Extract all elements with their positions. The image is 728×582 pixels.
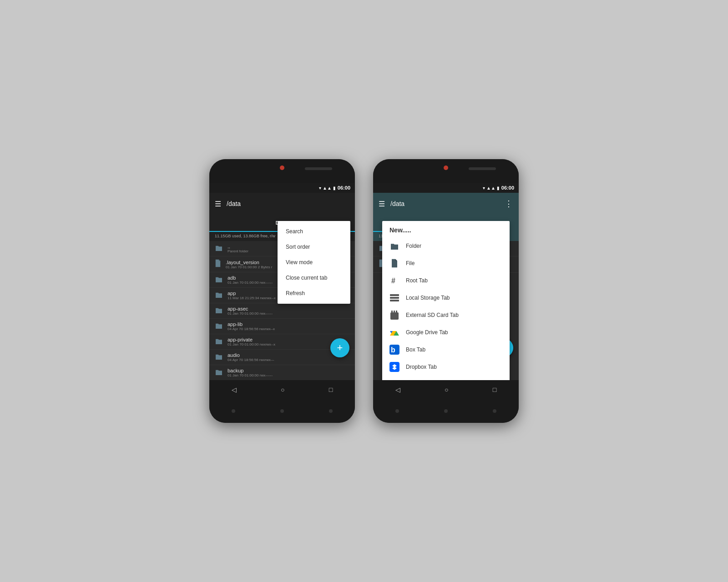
dialog-item-label: Root Tab: [406, 277, 428, 284]
svg-rect-3: [390, 300, 399, 301]
file-info: audio 04 Apr 70 18:56:56 rwxrwx---: [228, 352, 349, 362]
signal-icon-2: ▲▲: [486, 186, 495, 191]
file-meta: 04 Apr 70 18:56:56 rwxrwx---: [228, 358, 349, 362]
speaker-1: [305, 167, 332, 170]
status-time-1: 06:00: [338, 185, 350, 191]
bottom-bezel-2: [373, 399, 519, 423]
dialog-item[interactable]: # Root Tab: [382, 272, 510, 289]
file-icon: [215, 259, 221, 269]
hamburger-icon-1[interactable]: ☰: [215, 200, 221, 208]
file-info: app-lib 04 Apr 70 18:56:56 rwxrwx--x: [228, 321, 349, 331]
phone-2: ▾ ▲▲ ▮ 06:00 ☰ /data ⋮ DATA STORAGE 11..…: [373, 159, 519, 423]
file-info: app-asec 01 Jan 70 01:00:00 rwx------: [228, 306, 349, 316]
dialog-item-label: Local Storage Tab: [406, 295, 450, 301]
camera-dot-2: [444, 166, 448, 170]
status-icons-2: ▾ ▲▲ ▮: [483, 186, 500, 191]
dropdown-menu-1: SearchSort orderView modeClose current t…: [278, 221, 350, 304]
dialog-item[interactable]: File: [382, 255, 510, 272]
dialog-item[interactable]: Local Storage Tab: [382, 289, 510, 306]
new-dialog-2: New..... Folder File # Root Tab Local St…: [382, 221, 510, 380]
dot-center-1: [280, 409, 284, 413]
battery-icon-2: ▮: [497, 186, 500, 191]
file-meta: 01 Jan 70 01:00:00 rwx------: [228, 311, 349, 316]
dialog-item[interactable]: b Box Tab: [382, 341, 510, 358]
app-bar-2: ☰ /data ⋮: [373, 193, 519, 215]
file-name: audio: [228, 352, 349, 358]
app-bar-title-1: /data: [227, 200, 349, 207]
list-item[interactable]: app-lib 04 Apr 70 18:56:56 rwxrwx--x: [209, 319, 355, 334]
dialog-item-label: External SD Card Tab: [406, 312, 459, 318]
back-button-1[interactable]: ◁: [232, 386, 237, 393]
home-button-1[interactable]: ○: [281, 386, 284, 393]
dialog-item[interactable]: External SD Card Tab: [382, 306, 510, 324]
top-bezel-2: [373, 159, 519, 183]
hamburger-icon-2[interactable]: ☰: [379, 200, 385, 208]
dialog-item-icon: b: [389, 345, 399, 355]
svg-rect-6: [394, 311, 395, 313]
dropdown-item[interactable]: Refresh: [278, 286, 350, 301]
fab-1[interactable]: +: [330, 338, 349, 357]
file-icon: [215, 353, 223, 361]
home-button-2[interactable]: ○: [445, 386, 448, 393]
dialog-item-icon: [389, 362, 399, 372]
dialog-item-label: Dropbox Tab: [406, 364, 437, 370]
dialog-item-label: Box Tab: [406, 346, 425, 353]
file-icon: [215, 338, 223, 346]
dialog-item-icon: [389, 327, 399, 337]
dialog-item[interactable]: Network (SMB) Tab: [382, 376, 510, 380]
svg-rect-1: [390, 294, 399, 296]
app-bar-title-2: /data: [390, 200, 499, 207]
more-icon-2[interactable]: ⋮: [505, 199, 513, 209]
dialog-item[interactable]: Google Drive Tab: [382, 324, 510, 341]
status-icons-1: ▾ ▲▲ ▮: [319, 186, 336, 191]
dropdown-item[interactable]: View mode: [278, 255, 350, 270]
dot-left-2: [395, 409, 399, 413]
status-bar-2: ▾ ▲▲ ▮ 06:00: [373, 183, 519, 193]
svg-rect-7: [396, 311, 397, 313]
file-meta: 01 Jan 70 01:00:00 rwx------: [228, 373, 349, 377]
dropdown-item[interactable]: Close current tab: [278, 270, 350, 286]
file-icon: [215, 307, 223, 315]
status-bar-1: ▾ ▲▲ ▮ 06:00: [209, 183, 355, 193]
list-item[interactable]: backup 01 Jan 70 01:00:00 rwx------: [209, 365, 355, 380]
bottom-nav-2: ◁ ○ □: [373, 380, 519, 399]
dot-right-2: [493, 409, 496, 413]
svg-rect-2: [390, 297, 399, 299]
svg-rect-5: [391, 311, 393, 313]
file-icon: [215, 322, 223, 331]
status-time-2: 06:00: [501, 185, 514, 191]
file-icon: [215, 245, 223, 253]
dot-center-2: [444, 409, 448, 413]
screen-2: ☰ /data ⋮ DATA STORAGE 11... bootchart 0…: [373, 193, 519, 380]
dropdown-item[interactable]: Search: [278, 224, 350, 239]
list-item[interactable]: app-asec 01 Jan 70 01:00:00 rwx------: [209, 303, 355, 319]
top-bezel-1: [209, 159, 355, 183]
file-name: backup: [228, 368, 349, 373]
bottom-nav-1: ◁ ○ □: [209, 380, 355, 399]
file-icon: [215, 276, 223, 284]
speaker-2: [469, 167, 496, 170]
dot-right-1: [329, 409, 333, 413]
file-info: backup 01 Jan 70 01:00:00 rwx------: [228, 368, 349, 377]
dialog-item-icon: [389, 379, 399, 380]
dropdown-item[interactable]: Sort order: [278, 239, 350, 255]
app-bar-1: ☰ /data: [209, 193, 355, 215]
dialog-item-label: Folder: [406, 243, 421, 249]
svg-text:#: #: [391, 277, 395, 285]
dot-left-1: [232, 409, 235, 413]
recents-button-1[interactable]: □: [329, 386, 333, 393]
dialog-title-2: New.....: [382, 226, 510, 237]
file-name: app-private: [228, 337, 349, 342]
recents-button-2[interactable]: □: [493, 386, 496, 393]
dialog-item-icon: [389, 310, 399, 320]
file-meta: 04 Apr 70 18:56:56 rwxrwx--x: [228, 327, 349, 331]
phone-1: ▾ ▲▲ ▮ 06:00 ☰ /data DATA 11.15GB used, …: [209, 159, 355, 423]
dialog-item[interactable]: Folder: [382, 237, 510, 255]
dialog-item-label: Google Drive Tab: [406, 329, 448, 336]
file-icon: [215, 291, 223, 300]
dialog-item[interactable]: Dropbox Tab: [382, 358, 510, 376]
battery-icon: ▮: [333, 186, 336, 191]
wifi-icon-2: ▾: [483, 186, 485, 191]
camera-dot-1: [280, 166, 284, 170]
back-button-2[interactable]: ◁: [395, 386, 400, 393]
